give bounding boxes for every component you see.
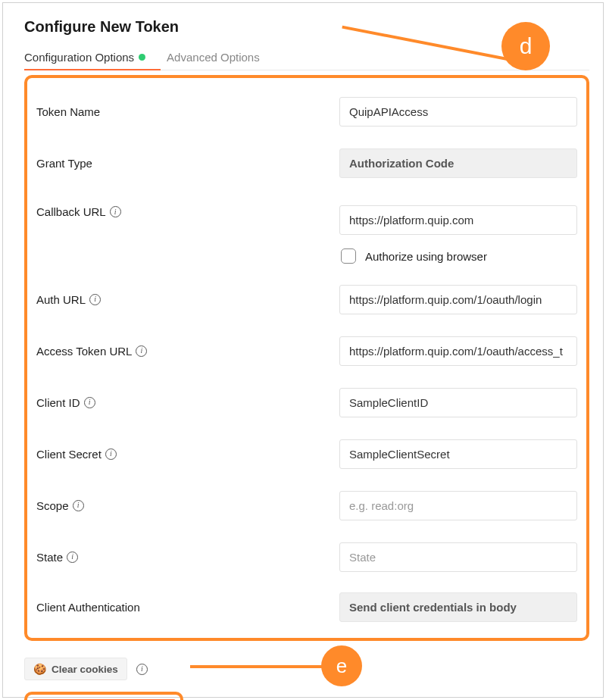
annotation-line-e <box>190 665 323 668</box>
row-grant-type: Grant Type <box>29 137 585 189</box>
info-icon[interactable]: i <box>136 345 147 357</box>
row-auth-url: Auth URL i <box>29 273 585 325</box>
grant-type-select[interactable] <box>339 148 577 178</box>
info-icon[interactable]: i <box>73 500 84 511</box>
row-state: State i <box>29 531 585 583</box>
info-icon[interactable]: i <box>67 552 78 563</box>
bottom-bar: 🍪 Clear cookies i <box>24 658 589 680</box>
status-dot-icon <box>139 54 145 61</box>
label-auth-url: Auth URL <box>36 293 86 306</box>
label-callback-url: Callback URL <box>36 205 106 218</box>
info-icon[interactable]: i <box>84 397 95 408</box>
client-secret-input[interactable] <box>339 439 577 469</box>
tab-label: Configuration Options <box>24 51 134 64</box>
tab-advanced-options[interactable]: Advanced Options <box>167 46 260 70</box>
annotation-callout-d: d <box>501 22 550 70</box>
info-icon[interactable]: i <box>89 294 101 305</box>
row-client-secret: Client Secret i <box>29 428 585 480</box>
callback-url-input[interactable] <box>339 205 577 235</box>
label-client-id: Client ID <box>36 396 80 409</box>
access-token-url-input[interactable] <box>339 336 577 366</box>
row-access-token-url: Access Token URL i <box>29 325 585 377</box>
auth-url-input[interactable] <box>339 285 577 314</box>
row-client-id: Client ID i <box>29 377 585 428</box>
row-token-name: Token Name <box>29 86 585 137</box>
annotation-callout-e: e <box>321 645 362 686</box>
label-client-secret: Client Secret <box>36 448 102 461</box>
info-icon[interactable]: i <box>136 664 148 675</box>
authorize-browser-label: Authorize using browser <box>365 250 487 263</box>
token-name-input[interactable] <box>339 97 577 127</box>
scope-input[interactable] <box>339 491 577 520</box>
tab-configuration-options[interactable]: Configuration Options <box>24 46 145 70</box>
row-callback-url: Callback URL i Authorize using browser <box>29 189 585 273</box>
get-token-highlight: Get New Access Token <box>24 692 183 700</box>
authorize-browser-row: Authorize using browser <box>339 248 577 264</box>
client-id-input[interactable] <box>339 388 577 417</box>
cookie-icon: 🍪 <box>33 663 46 675</box>
label-scope: Scope <box>36 499 69 512</box>
row-scope: Scope i <box>29 480 585 531</box>
label-access-token-url: Access Token URL <box>36 345 132 358</box>
row-client-authentication: Client Authentication <box>29 583 585 632</box>
tab-label: Advanced Options <box>167 51 260 64</box>
label-token-name: Token Name <box>36 105 339 118</box>
client-authentication-select[interactable] <box>339 592 577 622</box>
authorize-browser-checkbox[interactable] <box>341 248 356 264</box>
form-panel: Token Name Grant Type Callback URL i Aut… <box>24 75 589 641</box>
clear-cookies-button[interactable]: 🍪 Clear cookies <box>24 658 127 680</box>
label-state: State <box>36 551 63 564</box>
label-client-authentication: Client Authentication <box>36 601 339 614</box>
label-grant-type: Grant Type <box>36 157 339 170</box>
clear-cookies-label: Clear cookies <box>52 664 118 675</box>
state-input[interactable] <box>339 542 577 572</box>
info-icon[interactable]: i <box>110 206 121 217</box>
info-icon[interactable]: i <box>105 448 117 460</box>
